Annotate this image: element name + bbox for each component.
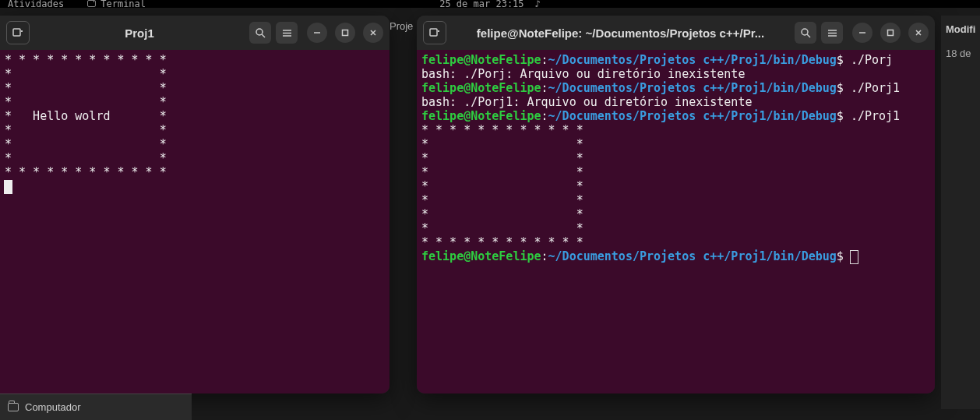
- close-button[interactable]: [908, 23, 929, 43]
- output-line: * *: [421, 193, 583, 207]
- folder-icon: [8, 403, 19, 411]
- close-button[interactable]: [363, 23, 383, 43]
- side-row: 18 de: [941, 43, 980, 64]
- output-line: * *: [421, 165, 583, 179]
- output-line: * Hello wolrd *: [5, 109, 167, 123]
- terminal-icon: [87, 0, 96, 7]
- svg-point-1: [256, 29, 263, 35]
- output-line: * *: [5, 123, 167, 137]
- output-line: * *: [421, 179, 583, 193]
- output-line: * * * * * * * * * * * *: [421, 123, 583, 137]
- activities-label[interactable]: Atividades: [8, 0, 64, 9]
- command: ./Porj1: [844, 81, 900, 95]
- prompt-path: ~/Documentos/Projetos c++/Proj1/bin/Debu…: [548, 81, 837, 95]
- svg-rect-3: [430, 29, 437, 36]
- prompt-path: ~/Documentos/Projetos c++/Proj1/bin/Debu…: [548, 109, 837, 123]
- terminal-app-label[interactable]: Terminal: [87, 0, 146, 9]
- file-manager-tab[interactable]: Computador: [0, 394, 192, 420]
- location-label: Computador: [25, 401, 81, 413]
- menu-button[interactable]: [821, 22, 843, 44]
- notification-icon[interactable]: ♪: [535, 0, 541, 9]
- command: ./Proj1: [844, 109, 900, 123]
- new-tab-button[interactable]: [6, 21, 30, 44]
- output-line: * *: [5, 67, 167, 81]
- prompt-path: ~/Documentos/Projetos c++/Proj1/bin/Debu…: [548, 249, 837, 263]
- menu-button[interactable]: [276, 22, 298, 44]
- prompt-path: ~/Documentos/Projetos c++/Proj1/bin/Debu…: [548, 53, 837, 67]
- output-line: * * * * * * * * * * * *: [421, 235, 583, 249]
- search-button[interactable]: [249, 22, 271, 44]
- desktop-topbar: Atividades Terminal 25 de mar 23:15 ♪: [0, 0, 980, 8]
- output-line: * *: [421, 221, 583, 235]
- terminal-output[interactable]: * * * * * * * * * * * * * * * * * * * He…: [0, 50, 390, 394]
- output-line: * *: [5, 81, 167, 95]
- command: ./Porj: [844, 53, 893, 67]
- titlebar: felipe@NoteFelipe: ~/Documentos/Projetos…: [417, 16, 935, 50]
- prompt-user: felipe@NoteFelipe: [421, 249, 541, 263]
- error-line: bash: ./Porj: Arquivo ou diretório inexi…: [421, 67, 745, 81]
- error-line: bash: ./Porj1: Arquivo ou diretório inex…: [421, 95, 752, 109]
- minimize-button[interactable]: [852, 23, 872, 43]
- output-line: * *: [421, 207, 583, 221]
- output-line: * *: [5, 137, 167, 151]
- cursor: [5, 181, 12, 193]
- side-panel: Modifi 18 de: [941, 16, 980, 409]
- search-button[interactable]: [795, 22, 816, 44]
- output-line: * *: [421, 137, 583, 151]
- maximize-button[interactable]: [335, 23, 355, 43]
- new-tab-button[interactable]: [423, 21, 446, 44]
- output-line: * *: [5, 95, 167, 109]
- terminal-window-main: felipe@NoteFelipe: ~/Documentos/Projetos…: [417, 16, 935, 394]
- maximize-button[interactable]: [880, 23, 901, 43]
- terminal-output[interactable]: felipe@NoteFelipe:~/Documentos/Projetos …: [417, 50, 935, 394]
- prompt-user: felipe@NoteFelipe: [421, 81, 541, 95]
- clock-label[interactable]: 25 de mar 23:15: [439, 0, 523, 9]
- svg-rect-2: [343, 30, 348, 36]
- cursor: [851, 251, 858, 263]
- titlebar: Proj1: [0, 16, 390, 50]
- svg-rect-0: [13, 29, 20, 36]
- output-line: * *: [5, 151, 167, 165]
- side-header: Modifi: [941, 16, 980, 43]
- prompt-user: felipe@NoteFelipe: [421, 53, 541, 67]
- output-line: * *: [421, 151, 583, 165]
- background-tab-label: Proje: [390, 20, 413, 32]
- window-title: Proj1: [34, 26, 245, 40]
- prompt-user: felipe@NoteFelipe: [421, 109, 541, 123]
- output-line: * * * * * * * * * * * *: [5, 53, 167, 67]
- svg-rect-5: [888, 30, 894, 36]
- svg-point-4: [802, 29, 808, 35]
- window-title: felipe@NoteFelipe: ~/Documentos/Projetos…: [451, 26, 790, 40]
- output-line: * * * * * * * * * * * *: [5, 165, 167, 179]
- terminal-window-proj1: Proj1 * * * * * * * * * * * * * * * * * …: [0, 16, 390, 394]
- minimize-button[interactable]: [307, 23, 327, 43]
